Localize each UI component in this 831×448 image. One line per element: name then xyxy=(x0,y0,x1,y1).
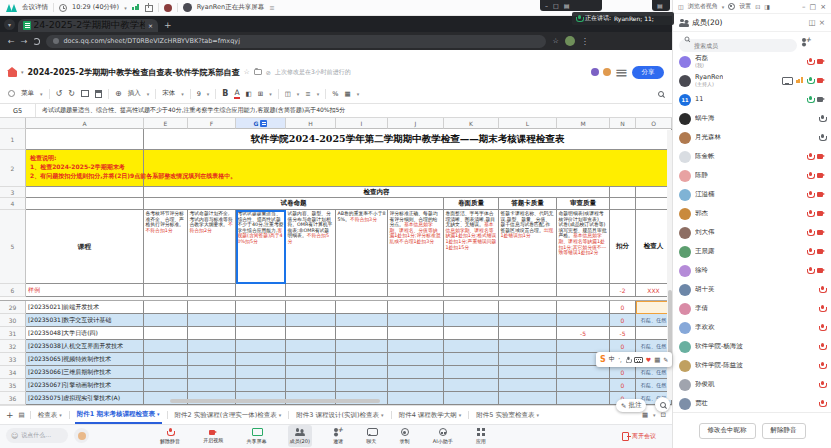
criteria-cell[interactable]: 卷面整洁、字号字体合理清晰、图表清晰,题目无缺文、无错误。基本信息如学期、课程名… xyxy=(444,210,499,284)
add-member-icon[interactable] xyxy=(801,38,811,46)
share-screen-button[interactable]: 共享屏幕 xyxy=(244,425,268,447)
cell[interactable] xyxy=(188,366,236,379)
chevron-down-icon[interactable]: ▾ xyxy=(124,5,127,11)
cell[interactable] xyxy=(499,392,557,405)
deduction-cell[interactable]: 0 xyxy=(610,301,636,314)
apps-button[interactable]: 应用 xyxy=(474,425,488,447)
column-header[interactable]: L xyxy=(499,118,557,129)
mic-muted-icon[interactable] xyxy=(807,210,813,218)
ai-assistant-button[interactable]: AI小助手 xyxy=(431,425,455,447)
sample-deduction-cell[interactable]: -2 xyxy=(610,284,636,297)
camera-off-icon[interactable] xyxy=(817,211,825,217)
cell[interactable] xyxy=(188,379,236,392)
group-header-cell[interactable]: 审查质量 xyxy=(557,198,610,210)
cell[interactable] xyxy=(336,301,388,314)
cell[interactable] xyxy=(444,379,499,392)
member-row[interactable]: 胡十英 xyxy=(673,280,831,299)
sheet-tab[interactable]: 附件4 课程教学大纲▾ xyxy=(397,406,464,424)
reload-icon[interactable] xyxy=(33,38,40,45)
browser-tab[interactable]: 2024-2025-2学期期中教学检... × xyxy=(18,19,158,32)
voice-input-icon[interactable] xyxy=(625,356,630,362)
row-number[interactable]: 32 xyxy=(0,340,26,353)
cell[interactable] xyxy=(286,366,336,379)
new-tab-button[interactable]: + xyxy=(164,20,172,30)
cell[interactable] xyxy=(388,301,444,314)
cell[interactable] xyxy=(388,314,444,327)
cell[interactable] xyxy=(336,366,388,379)
cell[interactable] xyxy=(499,340,557,353)
leave-meeting-button[interactable]: 离开会议 xyxy=(622,424,656,448)
row-number[interactable]: 2 xyxy=(0,150,26,187)
deduction-cell[interactable]: 0 xyxy=(610,379,636,392)
row-number[interactable]: 31 xyxy=(0,327,26,340)
search-input[interactable] xyxy=(679,39,797,52)
member-row[interactable]: 软件学院-杨海波 xyxy=(673,337,831,356)
column-header[interactable]: A xyxy=(26,118,144,129)
course-cell[interactable]: [20235067]引擎动画制作技术 xyxy=(26,379,144,392)
criteria-cell[interactable]: AB卷的重复率不小于85%。不符合扣3分 xyxy=(336,210,388,284)
row-number[interactable]: 29 xyxy=(0,301,26,314)
insert-button[interactable]: 插入 xyxy=(128,89,141,98)
cell[interactable] xyxy=(610,198,636,210)
select-all-corner[interactable] xyxy=(0,118,26,129)
restore-icon[interactable]: □ xyxy=(553,2,559,9)
cell[interactable] xyxy=(499,379,557,392)
number-format-icon[interactable]: % xyxy=(332,90,338,98)
cell[interactable] xyxy=(188,301,236,314)
minimize-icon[interactable]: – xyxy=(802,3,806,11)
camera-off-icon[interactable] xyxy=(817,192,825,198)
share-window-icon[interactable] xyxy=(145,5,153,12)
group-header-cell[interactable]: 答题卡质量 xyxy=(499,198,557,210)
unmute-button[interactable]: 解除静音 xyxy=(762,423,806,439)
course-cell[interactable]: [20235031]数字交互设计基础 xyxy=(26,314,144,327)
mic-on-icon[interactable] xyxy=(807,96,813,104)
menu-icon[interactable] xyxy=(8,90,15,97)
mic-muted-icon[interactable] xyxy=(819,324,825,332)
sample-label-cell[interactable]: 样例 xyxy=(26,284,144,297)
cell[interactable] xyxy=(236,327,286,340)
mic-muted-icon[interactable] xyxy=(807,267,813,275)
column-header[interactable]: M xyxy=(557,118,610,129)
criteria-cell[interactable]: 命题明细表(或课程考核评价计划审查表)、试卷(成品校订试卷等)填写完整、规范且审… xyxy=(557,210,610,284)
sheet-list-icon[interactable]: ▤ xyxy=(19,411,25,419)
member-row[interactable]: 刘大伟 xyxy=(673,223,831,242)
start-video-button[interactable]: 开启视频 xyxy=(201,425,225,447)
camera-off-icon[interactable] xyxy=(817,173,825,179)
course-cell[interactable]: [20235021]前端开发技术 xyxy=(26,301,144,314)
network-icon[interactable] xyxy=(798,79,800,83)
deduction-cell[interactable]: -5 xyxy=(610,327,636,340)
back-icon[interactable]: ← xyxy=(8,37,15,46)
row-number[interactable]: 33 xyxy=(0,353,26,366)
mic-muted-icon[interactable] xyxy=(807,191,813,199)
cell[interactable] xyxy=(144,284,188,297)
cell[interactable] xyxy=(144,150,672,187)
mic-muted-icon[interactable] xyxy=(819,286,825,294)
favorite-star-icon[interactable]: ☆ xyxy=(244,68,250,76)
camera-off-icon[interactable] xyxy=(817,59,825,65)
camera-icon[interactable] xyxy=(817,78,825,84)
cell[interactable] xyxy=(557,392,610,405)
cell[interactable] xyxy=(336,284,388,297)
chevron-down-icon[interactable]: ▾ xyxy=(21,69,24,75)
member-row[interactable]: 软件学院-陈益波 xyxy=(673,356,831,375)
cell[interactable] xyxy=(236,379,286,392)
camera-icon[interactable] xyxy=(817,97,825,103)
cell[interactable] xyxy=(26,150,144,187)
cell[interactable] xyxy=(499,301,557,314)
merge-cells-icon[interactable]: ◫ xyxy=(285,90,291,98)
member-row[interactable]: 孙俊凯 xyxy=(673,375,831,394)
toolbox-icon[interactable]: ▦ xyxy=(654,356,660,364)
cell[interactable] xyxy=(188,340,236,353)
screen-share-icon[interactable] xyxy=(782,77,791,85)
deduction-cell[interactable]: 0 xyxy=(610,314,636,327)
member-row[interactable]: 李欢欢 xyxy=(673,318,831,337)
cell[interactable] xyxy=(144,340,188,353)
cell[interactable] xyxy=(388,284,444,297)
fullscreen-icon[interactable]: ⊡ xyxy=(661,411,666,419)
cell[interactable] xyxy=(557,314,610,327)
cell[interactable] xyxy=(144,366,188,379)
cell[interactable] xyxy=(499,366,557,379)
column-header[interactable]: H xyxy=(286,118,336,129)
sheet-tab[interactable]: 附件3 课程设计(实训)检查表▾ xyxy=(294,406,385,424)
row-number[interactable]: 6 xyxy=(0,284,26,297)
